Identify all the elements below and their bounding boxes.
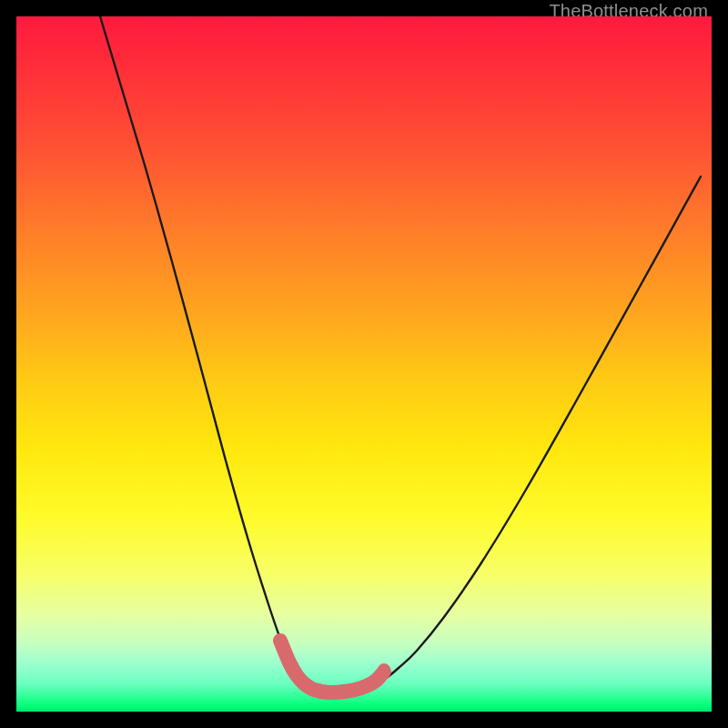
accent-dot xyxy=(285,660,298,672)
accent-dot xyxy=(338,685,350,698)
accent-dot xyxy=(325,685,338,698)
curve-layer xyxy=(16,16,712,712)
accent-dot xyxy=(378,663,390,676)
plot-area xyxy=(16,16,712,712)
bottleneck-curve-path xyxy=(100,16,701,693)
accent-dot xyxy=(301,679,314,692)
accent-dot xyxy=(312,683,325,696)
accent-dot xyxy=(350,683,363,696)
accent-dot xyxy=(278,642,290,654)
chart-stage: TheBottleneck.com xyxy=(0,0,728,728)
